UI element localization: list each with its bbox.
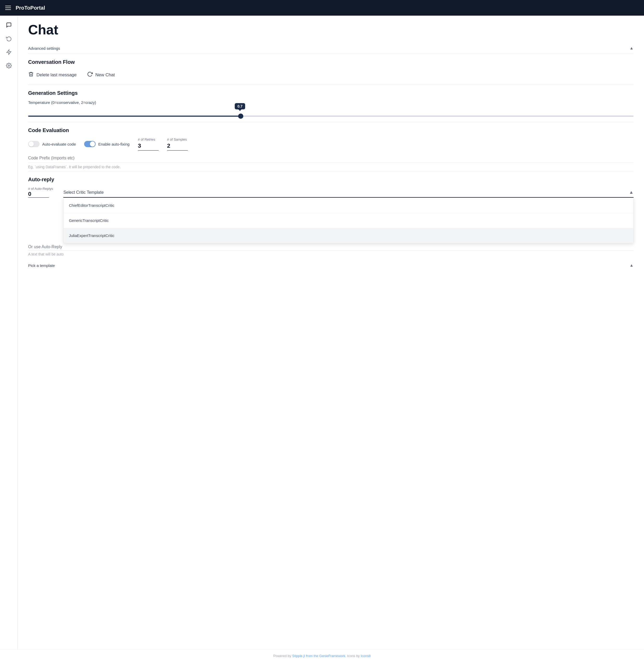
sidebar-item-bolt[interactable]: [3, 47, 15, 58]
footer: Powered by Stipple.jl from the GenieFram…: [0, 649, 644, 662]
auto-reply-count: # of Auto-Replys 0: [28, 187, 53, 198]
dropdown-item-chief[interactable]: ChiefEditorTranscriptCritic: [64, 198, 633, 213]
samples-value: 2: [167, 142, 188, 149]
delete-last-label: Delete last message: [37, 72, 76, 78]
auto-reply-text-divider: [28, 250, 634, 251]
select-critic-chevron-icon: ▲: [629, 190, 634, 195]
refresh-icon: [87, 71, 93, 78]
generation-settings-title: Generation Settings: [28, 90, 634, 96]
footer-link-icons8[interactable]: Icons8: [361, 654, 370, 658]
settings-icon: [6, 63, 12, 70]
topbar: ProToPortal: [0, 0, 644, 16]
auto-reply-title: Auto-reply: [28, 176, 634, 183]
footer-link-stipple[interactable]: Stipple.jl from the GenieFramework: [292, 654, 345, 658]
auto-reply-count-value: 0: [28, 191, 53, 197]
pick-template-header[interactable]: Pick a template ▲: [28, 260, 634, 270]
auto-reply-count-divider: [28, 197, 49, 198]
footer-text-before: Powered by: [273, 654, 292, 658]
enable-autofixing-group: Enable auto-fixing: [84, 141, 130, 147]
bolt-icon: [6, 49, 12, 56]
new-chat-label: New Chat: [95, 72, 115, 78]
content-area: Chat Advanced settings ▲ Conversation Fl…: [18, 16, 644, 649]
auto-evaluate-toggle[interactable]: [28, 141, 40, 147]
pick-template-chevron-icon: ▲: [629, 263, 634, 268]
samples-label: # of Samples: [167, 138, 188, 141]
dropdown-item-generic[interactable]: GenericTranscriptCritic: [64, 213, 633, 228]
auto-evaluate-group: Auto-evaluate code: [28, 141, 76, 147]
footer-text-middle: . Icons by: [345, 654, 361, 658]
select-critic-trigger[interactable]: Select Critic Template ▲: [63, 188, 634, 198]
sidebar-item-history[interactable]: [3, 33, 15, 45]
retries-counter: # of Retries 3: [138, 138, 159, 150]
code-eval-row: Auto-evaluate code Enable auto-fixing # …: [28, 138, 634, 150]
auto-evaluate-label: Auto-evaluate code: [42, 142, 76, 146]
sidebar-item-settings[interactable]: [3, 61, 15, 72]
pick-template-label: Pick a template: [28, 263, 55, 268]
samples-divider: [167, 150, 188, 150]
temperature-label: Temperature (0=conservative, 2=crazy): [28, 100, 634, 105]
auto-reply-text-hint: A text that will be auto: [28, 252, 634, 256]
conversation-flow-title: Conversation Flow: [28, 59, 634, 65]
sidebar-item-chat[interactable]: [3, 20, 15, 31]
svg-marker-0: [6, 50, 11, 54]
code-evaluation-title: Code Evaluation: [28, 127, 634, 133]
advanced-settings-label: Advanced settings: [28, 46, 60, 50]
code-prefix-hint: Eg, `using DataFrames`. It will be prepe…: [28, 165, 634, 169]
chat-icon: [6, 22, 12, 29]
auto-reply-count-label: # of Auto-Replys: [28, 187, 53, 191]
temperature-slider[interactable]: [28, 116, 634, 117]
enable-autofixing-label: Enable auto-fixing: [98, 142, 130, 146]
gen-settings-divider: [28, 122, 634, 122]
code-prefix-bottom-divider: [28, 171, 634, 171]
dropdown-item-julia[interactable]: JuliaExpertTranscriptCritic: [64, 228, 633, 243]
history-icon: [6, 36, 12, 43]
delete-last-message-button[interactable]: Delete last message: [28, 69, 76, 80]
page-title: Chat: [28, 22, 634, 38]
select-critic-container: Select Critic Template ▲ ChiefEditorTran…: [63, 188, 634, 198]
code-prefix-label: Code Prefix (Imports etc): [28, 156, 634, 160]
trash-icon: [28, 71, 34, 78]
sidebar: [0, 16, 18, 649]
flow-divider: [28, 85, 634, 85]
counter-group: # of Retries 3 # of Samples 2: [138, 138, 188, 150]
retries-value: 3: [138, 142, 159, 149]
flow-buttons: Delete last message New Chat: [28, 69, 634, 80]
auto-evaluate-thumb: [29, 141, 34, 147]
retries-label: # of Retries: [138, 138, 159, 141]
hamburger-menu-icon[interactable]: [5, 6, 11, 10]
svg-point-1: [8, 65, 9, 66]
temperature-tooltip: 0.7: [235, 103, 245, 110]
code-prefix-section: Code Prefix (Imports etc) Eg, `using Dat…: [28, 156, 634, 169]
samples-counter: # of Samples 2: [167, 138, 188, 150]
app-title: ProToPortal: [16, 5, 45, 11]
auto-reply-text-section: Or use Auto-Reply A text that will be au…: [28, 244, 634, 256]
advanced-settings-chevron-icon: ▲: [629, 46, 634, 50]
enable-autofixing-toggle[interactable]: [84, 141, 96, 147]
critic-dropdown-menu: ChiefEditorTranscriptCritic GenericTrans…: [63, 198, 634, 243]
auto-reply-text-label: Or use Auto-Reply: [28, 244, 634, 249]
new-chat-button[interactable]: New Chat: [87, 69, 115, 80]
select-critic-selected-label: Select Critic Template: [63, 190, 104, 195]
advanced-settings-header[interactable]: Advanced settings ▲: [28, 43, 634, 54]
main-layout: Chat Advanced settings ▲ Conversation Fl…: [0, 16, 644, 649]
retries-divider: [138, 150, 159, 150]
auto-reply-row: # of Auto-Replys 0 Select Critic Templat…: [28, 187, 634, 198]
pick-template-section: Pick a template ▲: [28, 260, 634, 270]
temperature-slider-container: 0.7: [28, 113, 634, 118]
